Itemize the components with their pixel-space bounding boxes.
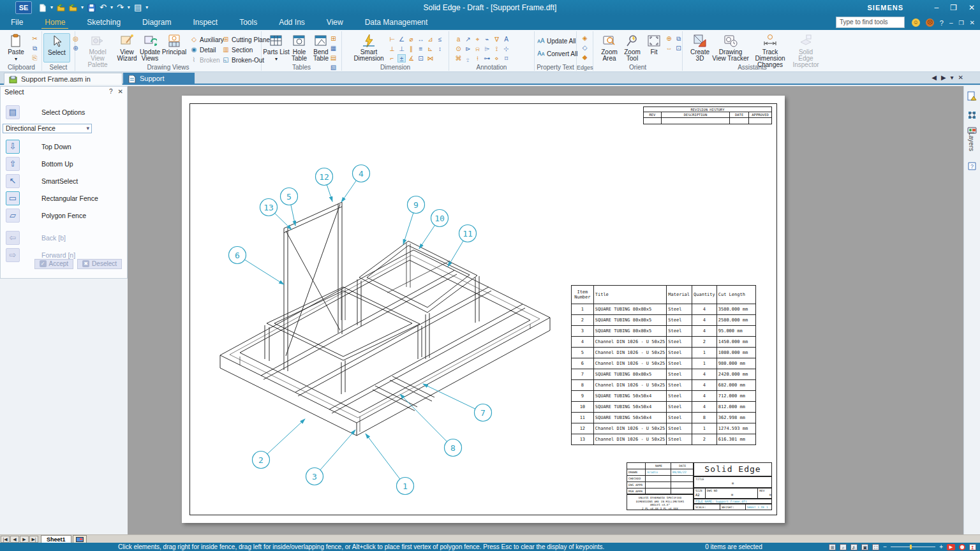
orient-small-tool-icon[interactable]: ⊡ — [674, 44, 683, 52]
parts-list-row[interactable]: 4Channel DIN 1026 - U 50x25Steel21450.00… — [572, 337, 756, 348]
ribbon-tab-data-management[interactable]: Data Management — [354, 15, 439, 30]
feedback-smiley-icon[interactable]: ☺ — [912, 18, 920, 27]
select-tools-pane-icon[interactable] — [967, 110, 977, 121]
dimension-small-tool-icon[interactable]: ∡ — [407, 54, 415, 62]
orient-small-tool-icon[interactable]: ⊕ — [665, 34, 673, 43]
annotation-small-tool-icon[interactable]: ∇ — [493, 35, 501, 43]
zoom-area-status-icon[interactable]: ▣ — [861, 544, 868, 550]
dimension-small-tool-icon[interactable]: ⌐ — [388, 54, 396, 62]
solid-edge-inspector-button[interactable]: Solid Edge Inspector — [791, 33, 820, 62]
parts-list-row[interactable]: 8Channel DIN 1026 - U 50x25Steel4682.000… — [572, 380, 756, 391]
ribbon-minimize-icon[interactable]: – — [949, 19, 953, 26]
detail-button[interactable]: ◉Detail — [190, 45, 224, 54]
tab-list-icon[interactable]: ▾ — [951, 74, 954, 81]
edges-small-tool-icon[interactable]: ◆ — [581, 53, 589, 61]
annotation-small-tool-icon[interactable]: ⍾ — [473, 45, 482, 53]
properties-pane-icon[interactable] — [967, 91, 977, 101]
fit-status-icon[interactable]: ⛶ — [872, 544, 879, 550]
select-button[interactable]: Select — [43, 33, 70, 62]
annotation-small-tool-icon[interactable]: ⊹ — [502, 45, 510, 53]
tab-scroll-left-icon[interactable]: ◀ — [932, 74, 937, 81]
parts-list-row[interactable]: 10SQUARE TUBING 50x50x4Steel4812.000 mm — [572, 402, 756, 413]
dimension-small-tool-icon[interactable]: ⌀ — [407, 35, 415, 43]
deselect-button[interactable]: ✖Deselect — [77, 259, 122, 269]
tables-small-tool-icon[interactable]: ⊞ — [329, 34, 338, 43]
next-sheet-icon[interactable]: ▶ — [20, 536, 29, 543]
dimension-small-tool-icon[interactable]: ⟂ — [388, 45, 396, 53]
revision-history-table[interactable]: REVISION HISTORY REVDESCRIPTIONDATEAPPRO… — [643, 107, 772, 124]
select-panel-item-bottom-up[interactable]: ⇧Bottom Up — [6, 156, 73, 172]
parts-list-row[interactable]: 6Channel DIN 1026 - U 50x25Steel1980.000… — [572, 358, 756, 369]
ribbon-close-icon[interactable]: ✕ — [970, 19, 975, 26]
first-sheet-icon[interactable]: |◀ — [1, 536, 10, 543]
model-view-palette-button[interactable]: Model View Palette — [83, 33, 112, 62]
ribbon-tab-add-ins[interactable]: Add Ins — [268, 15, 316, 30]
paste-button[interactable]: Paste▾ — [3, 33, 29, 62]
last-sheet-icon[interactable]: ▶| — [29, 536, 38, 543]
parts-list-row[interactable]: 5Channel DIN 1026 - U 50x25Steel11080.00… — [572, 348, 756, 358]
dimension-small-tool-icon[interactable]: ≡ — [417, 45, 425, 53]
broken-button[interactable]: ⌇Broken — [190, 55, 224, 64]
panel-help-icon[interactable]: ? — [109, 88, 113, 95]
ribbon-restore-icon[interactable]: ❒ — [959, 20, 964, 26]
video-tutorial-icon[interactable]: ▶ — [947, 544, 955, 550]
dimension-small-tool-icon[interactable]: ⊿ — [426, 35, 434, 43]
convert-all-button[interactable]: 🗛Convert All — [537, 49, 577, 58]
create-3d-button[interactable]: Create 3D — [687, 33, 713, 62]
feedback-frown-icon[interactable]: ☹ — [926, 18, 934, 27]
select-panel-item-smartselect[interactable]: ↖SmartSelect — [6, 173, 78, 189]
annotation-small-tool-icon[interactable]: ⊙ — [454, 45, 463, 53]
drawing-canvas[interactable]: 12345678910111213 REVISION HISTORY REVDE… — [128, 86, 963, 534]
annotation-small-tool-icon[interactable]: ⋄ — [493, 54, 501, 62]
parts-list-row[interactable]: 9SQUARE TUBING 50x50x4Steel4712.000 mm — [572, 391, 756, 402]
annotation-small-tool-icon[interactable]: ⌁ — [483, 35, 491, 43]
dimension-small-tool-icon[interactable]: ± — [397, 54, 406, 62]
panel-close-icon[interactable]: ✕ — [118, 88, 123, 95]
clipboard-small-tool-icon[interactable]: ✂ — [31, 34, 39, 43]
dimension-small-tool-icon[interactable]: ⋈ — [426, 54, 434, 62]
layers-pane-label[interactable]: Layers — [968, 132, 975, 151]
annotation-small-tool-icon[interactable]: ⌘ — [454, 54, 463, 62]
annotation-small-tool-icon[interactable]: a — [454, 35, 463, 43]
drawing-view-tracker-button[interactable]: Drawing View Tracker — [712, 33, 749, 62]
parts-list-row[interactable]: 11SQUARE TUBING 50x50x4Steel8362.998 mm — [572, 413, 756, 423]
parts-list-table[interactable]: Item NumberTitleMaterialQuantityCut Leng… — [571, 285, 756, 445]
select-panel-item-polygon-fence[interactable]: ▱Polygon Fence — [6, 208, 86, 223]
pan-icon[interactable]: ⊞ — [829, 544, 836, 550]
zoom-slider-knob[interactable] — [910, 545, 912, 549]
clipboard-small-tool-icon[interactable]: ⧉ — [31, 44, 39, 52]
dimension-small-tool-icon[interactable]: ⊥ — [397, 45, 406, 53]
orient-small-tool-icon[interactable]: ⇔ — [665, 44, 673, 52]
tab-close-icon[interactable]: ✕ — [958, 74, 963, 81]
minimize-button[interactable]: – — [934, 0, 939, 15]
fence-mode-dropdown[interactable]: Directional Fence ▾ — [3, 124, 92, 133]
ribbon-tab-file[interactable]: File — [0, 15, 34, 30]
select-panel-item-back-b[interactable]: ⇦Back [b] — [6, 230, 66, 246]
sheet1-tab[interactable]: Sheet1 — [41, 535, 71, 543]
tab-scroll-right-icon[interactable]: ▶ — [941, 74, 946, 81]
annotation-small-tool-icon[interactable]: ⌲ — [483, 45, 491, 53]
parts-list-row[interactable]: 7SQUARE TUBING 80x80x5Steel42420.000 mm — [572, 369, 756, 380]
parts-list-row[interactable]: 2SQUARE TUBING 80x80x5Steel42580.000 mm — [572, 315, 756, 326]
update-views-button[interactable]: Update Views — [137, 33, 163, 62]
help-icon[interactable]: ? — [940, 19, 944, 27]
dimension-small-tool-icon[interactable]: ⊢ — [388, 35, 396, 43]
document-tab-assembly[interactable]: Support Frame.asm in _Press... ✕ — [4, 73, 122, 85]
annotation-small-tool-icon[interactable]: ⌖ — [473, 35, 482, 43]
ribbon-tab-home[interactable]: Home — [34, 15, 76, 30]
annotation-small-tool-icon[interactable]: ⌑ — [502, 54, 510, 62]
track-dimension-changes-button[interactable]: Track Dimension Changes — [750, 33, 790, 62]
restore-button[interactable]: ❒ — [950, 0, 957, 15]
help-pane-icon[interactable]: ? — [967, 161, 977, 172]
drawing-sheet[interactable]: 12345678910111213 REVISION HISTORY REVDE… — [182, 96, 785, 523]
annotation-small-tool-icon[interactable]: ⍚ — [464, 54, 472, 62]
accept-button[interactable]: ✓Accept — [34, 259, 74, 269]
select-options-row[interactable]: ▤ Select Options — [6, 105, 85, 120]
background-sheet-tab[interactable] — [73, 535, 87, 543]
principal-button[interactable]: Principal — [161, 33, 188, 62]
zoom-tool-status-icon[interactable]: ⍼ — [850, 544, 858, 550]
annotation-small-tool-icon[interactable]: A — [502, 35, 510, 43]
find-tools-input[interactable]: Type to find tools — [836, 17, 905, 28]
prev-sheet-icon[interactable]: ◀ — [10, 536, 19, 543]
upload-icon[interactable]: ↥ — [969, 544, 976, 550]
